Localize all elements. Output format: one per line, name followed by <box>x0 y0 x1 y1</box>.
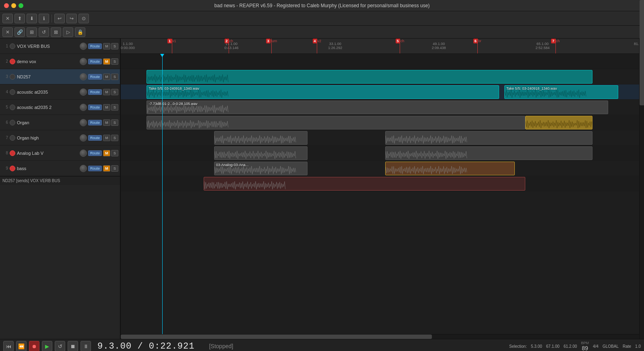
track-row-6[interactable]: 6 Organ Route M S <box>0 115 120 130</box>
record-arm-6[interactable] <box>10 120 15 125</box>
solo-btn-6[interactable]: S <box>111 119 118 126</box>
track-lane-5[interactable] <box>121 115 639 130</box>
route-btn-9[interactable]: Route <box>88 166 102 171</box>
record-arm-7[interactable] <box>10 135 15 141</box>
horizontal-scrollbar[interactable] <box>121 334 639 339</box>
download-icon[interactable]: ⬇ <box>27 14 37 23</box>
clip-track6-1[interactable] <box>385 131 592 145</box>
solo-btn-7[interactable]: S <box>111 135 118 141</box>
close-button[interactable] <box>4 3 9 8</box>
redo-icon[interactable]: ↪ <box>66 14 77 23</box>
scroll-thumb-v[interactable] <box>640 0 644 105</box>
target-icon[interactable]: ⊙ <box>78 14 89 23</box>
minimize-button[interactable] <box>11 3 16 8</box>
mute-btn-1[interactable]: M <box>103 43 110 49</box>
clip-track8-0[interactable]: 03-Analog-03-Ana... <box>214 162 308 175</box>
marker-2[interactable]: 2 ch <box>225 39 233 53</box>
solo-btn-5[interactable]: S <box>111 104 118 111</box>
mute-btn-2[interactable]: M <box>103 58 110 65</box>
record-arm-8[interactable] <box>10 150 15 156</box>
vertical-scrollbar[interactable] <box>639 39 644 339</box>
record-arm-1[interactable] <box>10 43 15 49</box>
solo-btn-2[interactable]: S <box>111 58 118 65</box>
track-row-8[interactable]: 8 Analog Lab V Route M S <box>0 146 120 161</box>
track-row-4[interactable]: 4 acoustic at2035 Route M S <box>0 84 120 100</box>
route-btn-3[interactable]: Route <box>88 74 102 80</box>
solo-btn-9[interactable]: S <box>111 165 118 172</box>
track-row-5[interactable]: 5 acoustic at2035 2 Route M S <box>0 100 120 115</box>
clip-track6-0[interactable] <box>214 131 308 145</box>
track-lane-9[interactable] <box>121 176 639 191</box>
track-vol-7[interactable] <box>80 134 87 142</box>
link-icon[interactable]: 🔗 <box>14 27 25 37</box>
track-row-1[interactable]: 1 VOX VERB BUS Route M S <box>0 39 120 54</box>
record-arm-4[interactable] <box>10 89 15 95</box>
loop-icon[interactable]: ↺ <box>39 27 49 37</box>
clip-track3-1[interactable]: Take 5/5: 03-240918_1340.wav <box>504 85 618 99</box>
route-btn-1[interactable]: Route <box>88 43 102 49</box>
record-arm-5[interactable] <box>10 105 15 110</box>
track-vol-4[interactable] <box>80 88 87 96</box>
clip-track5-1[interactable] <box>525 116 592 129</box>
undo-icon[interactable]: ↩ <box>54 14 65 23</box>
marker-6[interactable]: 6 br <box>473 39 481 53</box>
snap-icon[interactable]: ⊠ <box>51 27 61 37</box>
mute-btn-8[interactable]: M <box>103 150 110 156</box>
record-arm-2[interactable] <box>10 59 15 64</box>
marker-1[interactable]: 1 v1 <box>167 39 176 53</box>
stop-button[interactable]: ⏹ <box>68 341 78 351</box>
mute-btn-9[interactable]: M <box>103 165 110 172</box>
marker-5[interactable]: 5 ch <box>396 39 405 53</box>
solo-btn-4[interactable]: S <box>111 89 118 95</box>
track-lane-7[interactable] <box>121 146 639 161</box>
scroll-thumb-h[interactable] <box>121 335 432 339</box>
record-button[interactable]: ⏺ <box>29 341 39 351</box>
track-lane-4[interactable]: -7.73dB 01-2...0-0:28.105.wav <box>121 100 639 115</box>
go-back-button[interactable]: ⏪ <box>16 341 27 351</box>
play-button[interactable]: ▶ <box>42 341 52 351</box>
track-lane-1[interactable] <box>121 54 639 69</box>
track-vol-6[interactable] <box>80 119 87 126</box>
track-vol-3[interactable] <box>80 73 87 80</box>
route-btn-7[interactable]: Route <box>88 135 102 141</box>
route-btn-5[interactable]: Route <box>88 105 102 110</box>
info-icon[interactable]: ℹ <box>39 14 49 23</box>
track-row-3[interactable]: 3 ND257 Route M S <box>0 69 120 84</box>
clip-track9-0[interactable] <box>204 177 525 191</box>
loop-button[interactable]: ↺ <box>55 341 65 351</box>
mute-btn-7[interactable]: M <box>103 135 110 141</box>
pause-button[interactable]: ⏸ <box>80 341 91 351</box>
upload-icon[interactable]: ⬆ <box>14 14 25 23</box>
route-btn-2[interactable]: Route <box>88 59 102 64</box>
track-row-7[interactable]: 7 Organ high Route M S <box>0 130 120 146</box>
record-arm-9[interactable] <box>10 166 15 171</box>
track-vol-2[interactable] <box>80 58 87 65</box>
solo-btn-8[interactable]: S <box>111 150 118 156</box>
track-lane-2[interactable] <box>121 69 639 84</box>
route-btn-4[interactable]: Route <box>88 89 102 95</box>
marker-3[interactable]: 3 turn <box>266 39 277 53</box>
bpm-value[interactable]: 89 <box>582 345 588 351</box>
mute-btn-5[interactable]: M <box>103 104 110 111</box>
maximize-button[interactable] <box>19 3 23 8</box>
mute-btn-3[interactable]: M <box>103 74 110 80</box>
lock-icon[interactable]: 🔒 <box>75 27 85 37</box>
record-arm-3[interactable] <box>10 74 15 80</box>
clip-track3-0[interactable]: Take 5/5: 03-240918_1340.wav <box>147 85 499 99</box>
close-icon[interactable]: ✕ <box>2 14 13 23</box>
clip-track7-0[interactable] <box>214 146 308 160</box>
solo-btn-3[interactable]: S <box>111 74 118 80</box>
grid-icon[interactable]: ⊞ <box>27 27 37 37</box>
clip-track2-0[interactable] <box>147 70 592 84</box>
mute-btn-4[interactable]: M <box>103 89 110 95</box>
route-btn-8[interactable]: Route <box>88 150 102 156</box>
track-vol-9[interactable] <box>80 165 87 172</box>
clip-track8-1[interactable] <box>385 162 515 175</box>
envelope-icon[interactable]: ▷ <box>63 27 73 37</box>
route-btn-6[interactable]: Route <box>88 120 102 125</box>
go-start-button[interactable]: ⏮ <box>3 341 14 351</box>
clip-track4-0[interactable]: -7.73dB 01-2...0-0:28.105.wav <box>147 101 608 114</box>
clip-track7-1[interactable] <box>385 146 592 160</box>
track-lanes[interactable]: Take 5/5: 03-240918_1340.wavTake 5/5: 03… <box>121 54 639 334</box>
pointer-icon[interactable]: ✕ <box>2 27 13 37</box>
